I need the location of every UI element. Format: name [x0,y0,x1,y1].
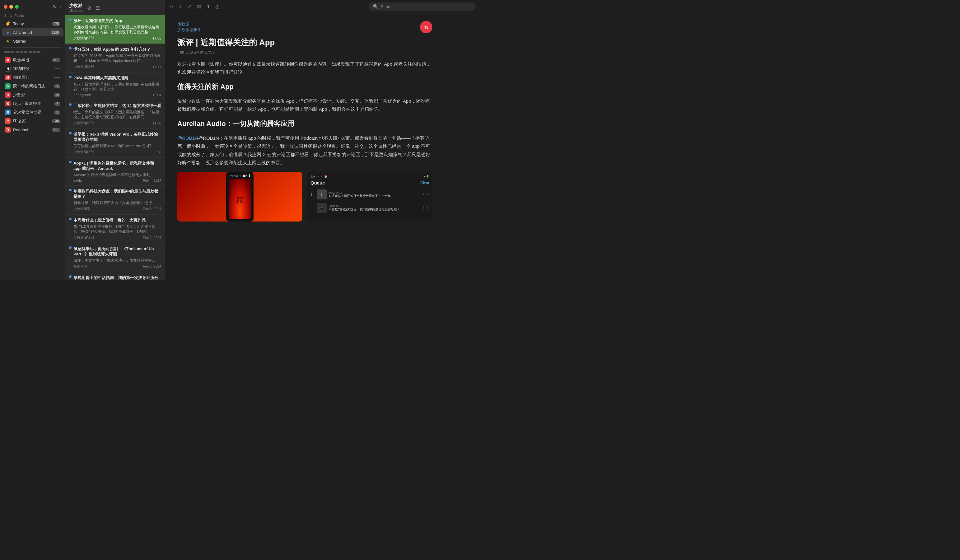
close-button[interactable] [4,5,8,9]
article-item-preview: Amarok 的设计初衷是隐藏一些不想被他人看到... [74,172,161,178]
shield-icon[interactable]: ◎ [215,4,220,10]
unread-dot [69,47,72,50]
article-item-source: 篝火营地 [74,264,87,269]
qiantuan-badge [54,77,60,78]
article-item-time: Feb 3, 2024 [143,207,161,211]
add-icon[interactable]: + [59,4,62,9]
sidebar-item-today[interactable]: ☀️ Today 275 [2,19,64,28]
sidebar-item-label-readhub: Readhub [13,128,50,132]
article-icon[interactable]: ▤ [197,4,201,10]
sidebar-item-wandian[interactable]: 晚 晚点 - 最新报道 7 [2,99,64,108]
sidebar-item-all-unread[interactable]: ● All Unread 1228 [2,28,64,37]
article-item-title: 派早报：iFixit 拆解 Vision Pro，谷歌正式移除网页缓存功能 [74,132,161,142]
article-mention-link[interactable]: @ROB1N [177,135,198,141]
sidebar-item-rujun[interactable]: 阮 阮一峰的网络日志 1 [2,82,64,90]
search-input[interactable] [381,4,471,9]
podcast-screenshot-right: 上午7:40 ☆ ⏰ ▶ 🔋 Queue Clear 1. 🎙 Episode … [307,172,432,221]
settings-icon[interactable]: ☰ [96,5,100,11]
sidebar-item-itzj[interactable]: IT IT 之家 640 [2,117,64,125]
sidebar-item-yicianyuan[interactable]: 异 异次元软件世界 3 [2,108,64,116]
unread-dot [69,218,72,220]
sidebar-item-label-yicianyuan: 异次元软件世界 [13,109,52,115]
rujun-badge: 1 [54,84,60,88]
article-section2-intro: @ROB1N@ROB1N：在使用播客 app 的时候，我宁可使用 Podcast… [177,134,432,167]
sidebar-item-readhub[interactable]: R Readhub 411 [2,126,64,134]
article-item-meta: Xenogeneic 15:04 [74,93,161,97]
article-item-meta: 少数派编辑部 11:30 [74,121,161,125]
smart-feeds-label: Smart Feeds [0,13,65,19]
article-item-preview: 新春将至，我派和亲密友台《皮蛋漫游记》进行... [74,200,161,205]
circle-icon[interactable]: ○ [170,3,173,10]
sidebar-item-label-nytimes: 纽约时报 [13,66,52,72]
sidebar-item-qiantuan[interactable]: M 前端周刊 [2,74,64,82]
article-item[interactable]: 「放轻松」主题征文结束，这 14 篇文章值得一看 经过一个月的征文投稿和入围文章… [65,100,165,129]
article-author-line: 少数派 少数派编辑部 π [177,21,432,33]
article-image-row: 上午7:39 ☆ ⏰ ▶ 🔋 π 上午7:40 ☆ ⏰ ▶ 🔋 [177,172,432,221]
article-date: Feb 5, 2024 at 17:55 [177,50,432,54]
article-item-source: 少数派编辑部 [74,36,94,40]
article-author-info: 少数派 少数派编辑部 [177,21,202,33]
article-item[interactable]: 满分五分，你给 Apple 的 2023 年打几分？ 在过去的 2023 年，A… [65,44,165,72]
queue-clear[interactable]: Clear [420,181,429,185]
sidebar-item-label-wandian: 晚点 - 最新报道 [13,101,52,106]
sidebar-item-label-itzj: IT 之家 [13,118,50,124]
wandian-icon: 晚 [5,101,11,106]
sidebar-item-label-qiantuan: 前端周刊 [13,75,52,80]
article-item-title: 年度数码科技大盘点：我们眼中的最佳与最差都是啥？ [74,189,161,199]
main-toolbar: ○ ☆ ✓ ▤ ⬆ ◎ 🔍 [165,0,480,13]
itzj-icon: IT [5,118,11,124]
article-item[interactable]: 2024 年高峰期火车票购买指南 从火车票放票原理开始，让我们探究如何在高峰期买… [65,72,165,100]
archive-icon[interactable]: ⊘ [87,5,91,11]
star-icon[interactable]: ☆ [178,4,182,10]
sidebar-item-label-all-unread: All Unread [13,30,48,35]
fullscreen-button[interactable] [15,5,19,9]
today-badge: 275 [52,22,60,26]
article-item[interactable]: 早晚用得上的生活指南：我的第一次拔牙经历分享 希望这次体验分享，可以帮助大家对拔… [65,272,165,280]
share-icon[interactable]: ⬆ [206,4,210,10]
article-item-time: Feb 2, 2024 [143,264,161,268]
article-item-preview: 编注：本文首发于「篝火营地」，少数派经授权... [74,258,161,263]
article-section2-title: Aurelian Audio：一切从简的播客应用 [177,118,432,130]
article-item-title: 满分五分，你给 Apple 的 2023 年打几分？ [74,47,161,52]
article-item-time: 17:11 [152,65,161,69]
article-item-title: App+1 | 满足你的轻量化需求，把私密文件和 app 藏起来：Amarok [74,161,161,171]
article-author-name: 少数派编辑部 [177,27,202,33]
article-item[interactable]: 派早报：iFixit 拆解 Vision Pro，谷歌正式移除网页缓存功能 你可… [65,129,165,158]
sidebar-item-sspai[interactable]: π 少数派 15 [2,91,64,99]
queue-title: Queue [310,180,325,186]
check-icon[interactable]: ✓ [187,4,192,10]
unread-dot [69,75,72,78]
qiantuan-icon: M [5,75,11,80]
sidebar-item-nytimes[interactable]: N 纽约时报 [2,65,64,73]
sidebar: ↻ + Smart Feeds ☀️ Today 275 ● All Unrea… [0,0,65,280]
rujun-icon: 阮 [5,83,11,89]
unread-dot [69,18,72,21]
article-item-source: Xenogeneic [74,93,91,97]
article-item[interactable]: App+1 | 满足你的轻量化需求，把私密文件和 app 藏起来：Amarok … [65,158,165,186]
article-item-source: 少数派编辑部 [74,121,94,125]
article-source-name[interactable]: 少数派 [177,21,202,27]
article-item-meta: 少数派编辑部 Feb 2, 2024 [74,235,161,240]
article-item[interactable]: 派评 | 近期值得关注的 App 欢迎收看本期《派评》。你可以通过文章目录快速跳… [65,15,165,44]
traffic-lights [4,5,19,9]
article-item-source: 少数派编辑部 [74,64,94,69]
sidebar-item-lianhe[interactable]: 联 联合早报 151 [2,56,64,64]
article-item[interactable]: 本周看什么 | 最近值得一看的一大碗作品 🎬 TL;DR 近期佳作推荐：[国产]… [65,215,165,243]
all-unread-icon: ● [5,30,11,35]
queue-item-1-ep: Episode 11 [328,191,420,194]
article-section1-body: 虽然少数派一直在为大家发现和介绍各平台上的优质 App，但仍有不少设计、功能、交… [177,97,432,114]
article-item-title: 早晚用得上的生活指南：我的第一次拔牙经历分享 [74,275,161,280]
article-items: 派评 | 近期值得关注的 App 欢迎收看本期《派评》。你可以通过文章目录快速跳… [65,15,165,280]
article-item[interactable]: 年度数码科技大盘点：我们眼中的最佳与最差都是啥？ 新春将至，我派和亲密友台《皮蛋… [65,186,165,215]
search-bar: 🔍 [369,3,475,11]
article-item-meta: eaglu Feb 4, 2024 [74,179,161,182]
article-item-meta: 少数派编辑部 08:50 [74,150,161,154]
refresh-icon[interactable]: ↻ [53,4,57,9]
article-item[interactable]: 虽意犹未尽，但无可挑剔：《The Last of Us Part II》重制版篝… [65,243,165,272]
sidebar-item-starred[interactable]: ★ Starred [2,37,64,45]
article-body: 欢迎收看本期《派评》。你可以通过文章目录快速跳转到你感兴趣的内容。如果发现了其它… [177,60,432,167]
minimize-button[interactable] [9,5,13,9]
article-list-column: 少数派 15 unread ⊘ ☰ 派评 | 近期值得关注的 App 欢迎收看本… [65,0,165,280]
sspai-icon: π [5,92,11,98]
article-item-source: 少数派播客 [74,206,91,211]
